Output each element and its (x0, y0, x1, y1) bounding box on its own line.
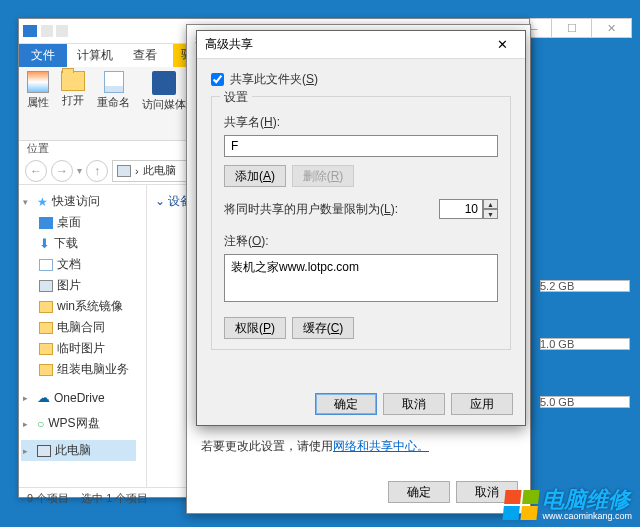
maximize-icon[interactable]: ☐ (552, 18, 592, 38)
properties-icon (27, 71, 49, 93)
tree-quick-access[interactable]: ▾★快速访问 (21, 191, 144, 212)
folder-icon (39, 301, 53, 313)
media-icon (152, 71, 176, 95)
share-name-input[interactable] (224, 135, 498, 157)
notes-label: 注释(O): (224, 233, 498, 250)
computer-icon (117, 165, 131, 177)
breadcrumb[interactable]: 此电脑 (143, 163, 176, 178)
ok-button[interactable]: 确定 (315, 393, 377, 415)
tree-desktop[interactable]: 桌面 (21, 212, 144, 233)
ribbon-rename[interactable]: 重命名 (97, 71, 130, 110)
status-selected: 选中 1 个项目 (81, 491, 148, 506)
qat-icon[interactable] (41, 25, 53, 37)
picture-icon (39, 280, 53, 292)
rename-icon (104, 71, 124, 93)
desktop-icon (39, 217, 53, 229)
cloud-icon (37, 390, 50, 405)
watermark-text: 电脑维修 (542, 487, 630, 512)
tree-wps[interactable]: ▸WPS网盘 (21, 413, 144, 434)
remove-button: 删除(R) (292, 165, 354, 187)
tree-downloads[interactable]: ⬇下载 (21, 233, 144, 254)
chevron-down-icon[interactable]: ▾ (77, 165, 82, 176)
props-note: 若要更改此设置，请使用网络和共享中心。 (201, 438, 516, 455)
watermark-url: www.caominkang.com (542, 511, 632, 521)
advanced-sharing-dialog: 高级共享 ✕ 共享此文件夹(S) 设置 共享名(H): 添加(A) 删除(R) … (196, 30, 526, 426)
ribbon-media[interactable]: 访问媒体 (142, 71, 186, 112)
permissions-button[interactable]: 权限(P) (224, 317, 286, 339)
tree-pictures[interactable]: 图片 (21, 275, 144, 296)
ribbon-open[interactable]: 打开 (61, 71, 85, 108)
tree-folder[interactable]: 临时图片 (21, 338, 144, 359)
document-icon (39, 259, 53, 271)
watermark: 电脑维修 www.caominkang.com (504, 489, 632, 521)
close-icon[interactable]: ✕ (592, 18, 632, 38)
tab-file[interactable]: 文件 (19, 44, 67, 67)
group-label: 设置 (220, 89, 252, 106)
tab-computer[interactable]: 计算机 (67, 44, 123, 67)
folder-icon (39, 364, 53, 376)
props-ok-button[interactable]: 确定 (388, 481, 450, 503)
computer-icon (23, 25, 37, 37)
share-folder-checkbox[interactable]: 共享此文件夹(S) (211, 71, 511, 88)
folder-icon (39, 343, 53, 355)
tree-folder[interactable]: 组装电脑业务 (21, 359, 144, 380)
share-checkbox-input[interactable] (211, 73, 224, 86)
add-button[interactable]: 添加(A) (224, 165, 286, 187)
tree-folder[interactable]: 电脑合同 (21, 317, 144, 338)
tree-onedrive[interactable]: ▸OneDrive (21, 388, 144, 407)
download-icon: ⬇ (39, 236, 50, 251)
nav-up[interactable]: ↑ (86, 160, 108, 182)
bg-drive-info: 5.2 GB 1.0 GB 5.0 GB (540, 280, 630, 454)
folder-icon (39, 322, 53, 334)
apply-button[interactable]: 应用 (451, 393, 513, 415)
tree-thispc[interactable]: ▸此电脑 (21, 440, 136, 461)
windows-flag-icon (503, 490, 540, 520)
close-icon[interactable]: ✕ (487, 35, 517, 55)
open-icon (61, 71, 85, 91)
nav-back[interactable]: ← (25, 160, 47, 182)
limit-spinner[interactable]: ▲▼ (439, 199, 498, 219)
dialog-title: 高级共享 (205, 36, 253, 53)
caching-button[interactable]: 缓存(C) (292, 317, 354, 339)
network-center-link[interactable]: 网络和共享中心。 (333, 439, 429, 453)
settings-group: 设置 共享名(H): 添加(A) 删除(R) 将同时共享的用户数量限制为(L):… (211, 96, 511, 350)
wps-icon (37, 417, 44, 431)
tree-folder[interactable]: win系统镜像 (21, 296, 144, 317)
status-count: 9 个项目 (27, 491, 69, 506)
spinner-up-icon[interactable]: ▲ (483, 199, 498, 209)
nav-fwd: → (51, 160, 73, 182)
star-icon: ★ (37, 195, 48, 209)
ribbon-group-label: 位置 (27, 141, 49, 156)
computer-icon (37, 445, 51, 457)
nav-tree[interactable]: ▾★快速访问 桌面 ⬇下载 文档 图片 win系统镜像 电脑合同 临时图片 组装… (19, 185, 147, 487)
limit-label: 将同时共享的用户数量限制为(L): (224, 201, 398, 218)
tree-documents[interactable]: 文档 (21, 254, 144, 275)
share-name-label: 共享名(H): (224, 114, 498, 131)
qat-icon[interactable] (56, 25, 68, 37)
cancel-button[interactable]: 取消 (383, 393, 445, 415)
adv-titlebar[interactable]: 高级共享 ✕ (197, 31, 525, 59)
spinner-down-icon[interactable]: ▼ (483, 209, 498, 219)
tab-view[interactable]: 查看 (123, 44, 167, 67)
limit-input[interactable] (439, 199, 483, 219)
ribbon-properties[interactable]: 属性 (27, 71, 49, 110)
notes-input[interactable] (224, 254, 498, 302)
